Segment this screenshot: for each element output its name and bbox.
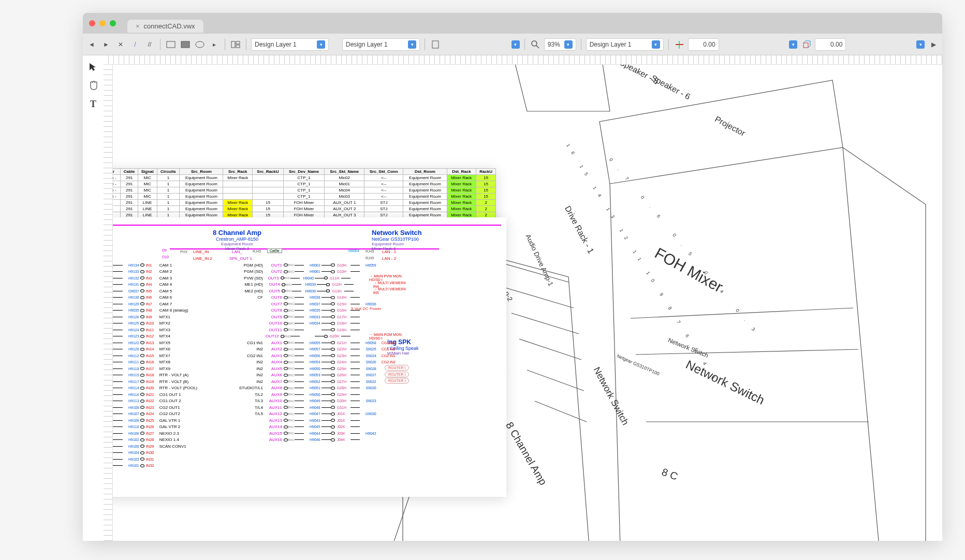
output-row[interactable]: CG2 IN1AUX3BNCH9056G23HS9024CG2 IN1	[232, 352, 408, 359]
input-row[interactable]: E30FBNCH9104IN30	[113, 450, 232, 456]
col-Dst_Room[interactable]: Dst_Room	[403, 169, 447, 175]
layer-select-3[interactable]: Design Layer 1 ▾	[586, 38, 664, 51]
input-row[interactable]: H9081E11FBNCH9124IN11MTX3	[113, 327, 232, 333]
input-row[interactable]: H9079E17FBNCH9118IN17MTX9	[113, 365, 232, 372]
router-destination[interactable]: ROUTER I	[385, 365, 409, 371]
slash-icon[interactable]: /	[129, 39, 141, 50]
output-row[interactable]: STUDIOT/L1AUX8BNCH9051G28HS9020	[232, 385, 408, 391]
input-row[interactable]: H9094E01FBNCH9134IN1CAM 1	[113, 262, 232, 268]
output-row[interactable]: PGM (SD)OUT2BNCH9061G10H	[232, 269, 408, 275]
pan-tool[interactable]	[86, 78, 100, 93]
zoom-select[interactable]: 93% ▾	[544, 38, 576, 51]
schematic-panel[interactable]: DMI 8 Channel Amp Crestron_AMP-8150 Equi…	[113, 217, 506, 497]
input-row[interactable]: H9016E25FBNCH9109IN25GAL VTR 1	[113, 417, 232, 423]
input-row[interactable]: H9090S.05FBNCG9037IN5CAM 5	[113, 288, 232, 294]
col-Src_Skt_Conn[interactable]: Src_Skt_Conn	[364, 169, 403, 175]
output-row[interactable]: OUT12BNCG20H→ MAIN PGM MON HD/SD I	[232, 333, 408, 340]
input-row[interactable]: H9015E23FBNCH9108IN23CG2 OUT1	[113, 404, 232, 410]
output-row[interactable]: AUX15BNCH9044J03KH9042	[232, 430, 408, 436]
output-row[interactable]: AUX14BNCH9045J02K	[232, 424, 408, 430]
close-icon[interactable]: ×	[136, 22, 140, 30]
input-row[interactable]: H9086S.15FBNCH9112IN15MTX7	[113, 352, 232, 359]
input-row[interactable]: H9092S.07FBNCH9129IN7CAM 7	[113, 301, 232, 307]
nav-back-icon[interactable]: ◄	[86, 39, 97, 50]
output-row[interactable]: IN2AUX6BNCH9053G26HS9027	[232, 372, 408, 378]
input-row[interactable]: H9085S.14FBNCH9120IN14MTX6	[113, 346, 232, 352]
col-Cable[interactable]: Cable	[121, 169, 138, 175]
device-8ch-amp[interactable]: 8 Channel Amp Crestron_AMP-8150 Equipmen…	[185, 229, 289, 251]
table-row[interactable]: D9291LINE1Equipment RoomMixer Rack15FOH …	[113, 200, 496, 206]
col-RackU[interactable]: RackU	[476, 169, 496, 175]
minimize-button[interactable]	[99, 20, 106, 26]
input-row[interactable]: H9003S.26FBNCH9110IN26GAL VTR 2	[113, 424, 232, 430]
output-row[interactable]: ME1 (HD)OUT4BNCH9039G12H→ MULTI VIEWER4 …	[232, 282, 408, 288]
output-row[interactable]: T/L5AUX12BNCH9047J01KG9030	[232, 411, 408, 417]
search-icon[interactable]	[530, 39, 541, 50]
document-tab[interactable]: × connectCAD.vwx	[127, 20, 203, 33]
rect-fill-icon[interactable]	[180, 39, 191, 50]
output-row[interactable]: OUT9BNCH9033G17H	[232, 314, 408, 320]
chevron-down-icon[interactable]: ▾	[511, 40, 520, 49]
page-icon[interactable]	[430, 39, 441, 50]
close-button[interactable]	[89, 20, 95, 26]
input-row[interactable]: H9005E29FBNCH9100IN29SCAN CONV1	[113, 443, 232, 449]
input-row[interactable]: H9004E27FBNCH9106IN27NEXIO 2.3	[113, 430, 232, 436]
table-row[interactable]: CTP Line -291MIC1Equipment RoomMixer Rac…	[113, 175, 496, 181]
input-row[interactable]: H9089S.04FBNCH9131IN4CAM 4	[113, 282, 232, 288]
chevron-down-icon[interactable]: ▾	[916, 40, 925, 49]
col-Src_Skt_Name[interactable]: Src_Skt_Name	[325, 169, 364, 175]
input-row[interactable]: H9083S.12FBNCH9123IN12MTX4	[113, 333, 232, 340]
output-row[interactable]: IN2AUX4BNCH9054G24HS9026CG2 IN2	[232, 359, 408, 365]
chevron-down-icon[interactable]: ▾	[789, 40, 797, 49]
ruler-horizontal[interactable]	[104, 55, 942, 65]
input-row[interactable]: H9087S.02FBNCH9133IN2CAM 2	[113, 269, 232, 275]
input-row[interactable]: H9076E18FBNCH9115IN18RTR - VOLT (A)	[113, 372, 232, 378]
output-row[interactable]: AUX13BNCH9043J01K	[232, 417, 408, 423]
col-Circuits[interactable]: Circuits	[157, 169, 180, 175]
output-row[interactable]: T/L4AUX11BNCH9048G31H	[232, 404, 408, 410]
col-Src_Rack[interactable]: Src_Rack	[223, 169, 253, 175]
drawing-canvas[interactable]: Speaker - 5 Speaker - 6 Projector Drive …	[113, 65, 942, 541]
output-row[interactable]: T/L3AUX10BNCH9049G30HS9023	[232, 398, 408, 404]
output-row[interactable]: OUT8BNCH9035G16H	[232, 307, 408, 314]
input-row[interactable]: H9060E20FBNCH9114IN20RTR - VOLT (POOL)	[113, 385, 232, 391]
input-row[interactable]: H9088E03FBNCH9132IN3CAM 3	[113, 275, 232, 281]
col-Src_Room[interactable]: Src_Room	[180, 169, 223, 175]
maximize-button[interactable]	[110, 20, 116, 26]
dblslash-icon[interactable]: //	[144, 39, 155, 50]
input-row[interactable]: E32FBNCH9101IN32	[113, 463, 232, 469]
col-Src_Dev_Name[interactable]: Src_Dev_Name	[283, 169, 325, 175]
nav-forward-icon[interactable]: ►	[100, 39, 112, 50]
output-row[interactable]: AUX16BNCH9046J04K	[232, 437, 408, 443]
output-row[interactable]: PGM (HD)OUT1BNCH9062G10HH9059	[232, 262, 408, 268]
input-row[interactable]: H9012E24FBNCH9107IN24CG2 OUT2	[113, 411, 232, 417]
rect-icon[interactable]	[165, 39, 177, 50]
output-row[interactable]: PVW (SD)OUT3BNCH9040G11H→ MAIN PVW MON H…	[232, 275, 408, 281]
input-row[interactable]: H9084S.13FBNCH9122IN13MTX5	[113, 340, 232, 346]
output-row[interactable]: IN2AUX2BNCH9057G22HS9025CG1 IN2	[232, 346, 408, 352]
ruler-vertical[interactable]	[104, 65, 113, 541]
input-row[interactable]: H9063E21FBNCH9116IN21CG1 OUT 1	[113, 391, 232, 397]
col-Number[interactable]: Number	[113, 169, 121, 175]
cube-icon[interactable]	[800, 39, 812, 50]
output-row[interactable]: T/L2AUX9BNCH9050G29H	[232, 391, 408, 397]
table-row[interactable]: CTP Line -291MIC1Equipment RoomCTP_1Mic0…	[113, 187, 496, 194]
col-Dst_Rack[interactable]: Dst_Rack	[447, 169, 476, 175]
input-row[interactable]: H9093S.08FBNCH9035IN8CAM 8 (analog)	[113, 307, 232, 314]
more-icon[interactable]: ▶	[928, 39, 939, 50]
table-row[interactable]: CTP Line -291MIC1Equipment RoomCTP_1Mic0…	[113, 181, 496, 187]
input-row[interactable]: H9033E28FBNCH9102IN28NEXIO 1.4	[113, 437, 232, 443]
ellipse-icon[interactable]	[194, 39, 206, 50]
col-Src_RackU[interactable]: Src_RackU	[253, 169, 284, 175]
coord-y-input[interactable]: 0.00	[815, 38, 846, 51]
shape-icon[interactable]: ▸	[209, 39, 220, 50]
output-row[interactable]: CG1 IN1AUX1BNCH9055G21HH9058CG1 IN1	[232, 340, 408, 346]
text-tool[interactable]: T	[86, 97, 100, 111]
output-row[interactable]: IN2AUX5BNCH9050G25HS9028	[232, 365, 408, 372]
layer-select-2[interactable]: Design Layer 1 ▾	[342, 38, 420, 51]
device-network-switch[interactable]: Network Switch NetGear GS310TP100 Equipm…	[372, 229, 475, 251]
router-destination[interactable]: ROUTER I	[385, 378, 409, 384]
output-row[interactable]: CFOUT6BNCH9038G14H	[232, 294, 408, 301]
layout-icon[interactable]	[230, 39, 241, 50]
input-row[interactable]: H9098E10FBNCH9125IN10MTX2	[113, 320, 232, 327]
